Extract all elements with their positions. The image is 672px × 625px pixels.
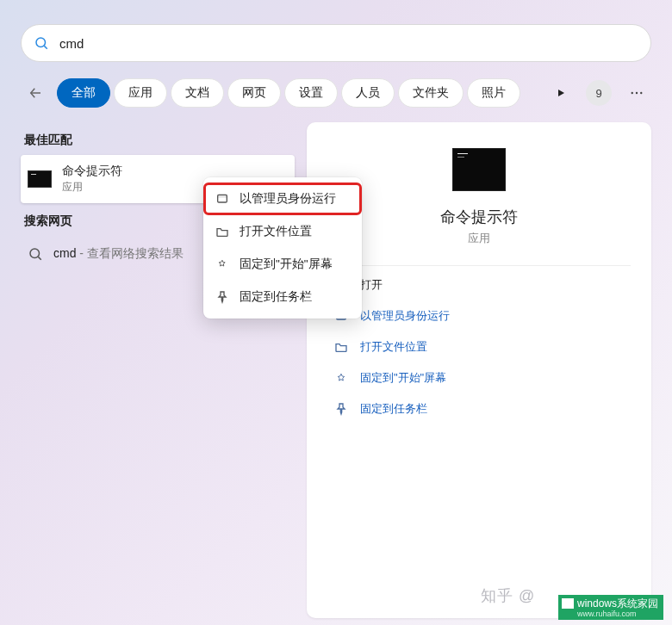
action-label: 打开文件位置 xyxy=(360,339,427,355)
action-pin-start[interactable]: 固定到"开始"屏幕 xyxy=(327,364,631,392)
ctx-label: 打开文件位置 xyxy=(240,224,312,239)
more-button[interactable] xyxy=(622,78,651,108)
pin-icon xyxy=(334,402,348,416)
app-title: 命令提示符 xyxy=(440,207,518,227)
tab-web[interactable]: 网页 xyxy=(227,78,281,108)
pin-icon xyxy=(334,371,348,385)
action-label: 以管理员身份运行 xyxy=(360,308,450,324)
ctx-open-location[interactable]: 打开文件位置 xyxy=(203,215,362,248)
back-button[interactable] xyxy=(21,78,50,108)
tab-settings[interactable]: 设置 xyxy=(284,78,338,108)
filter-tabs: 全部 应用 文档 网页 设置 人员 文件夹 照片 9 xyxy=(21,74,651,112)
app-category: 应用 xyxy=(468,231,490,246)
action-label: 固定到任务栏 xyxy=(360,401,427,417)
context-menu: 以管理员身份运行 打开文件位置 固定到"开始"屏幕 固定到任务栏 xyxy=(203,177,362,319)
action-run-as-admin[interactable]: 以管理员身份运行 xyxy=(327,302,631,330)
ctx-run-as-admin[interactable]: 以管理员身份运行 xyxy=(203,183,362,215)
divider xyxy=(327,265,631,266)
play-icon xyxy=(556,88,566,98)
ctx-pin-taskbar[interactable]: 固定到任务栏 xyxy=(203,281,362,313)
search-panel: 全部 应用 文档 网页 设置 人员 文件夹 照片 9 最佳匹配 命令提示符 应用… xyxy=(9,5,663,616)
action-open[interactable]: 打开 xyxy=(327,271,631,299)
svg-line-1 xyxy=(44,46,47,48)
tab-photos[interactable]: 照片 xyxy=(467,78,520,108)
action-label: 打开 xyxy=(360,277,383,293)
actions-list: 打开 以管理员身份运行 打开文件位置 固定到"开始"屏幕 固定到任务栏 xyxy=(327,271,631,423)
terminal-icon xyxy=(452,148,506,191)
svg-line-8 xyxy=(38,257,40,259)
action-pin-taskbar[interactable]: 固定到任务栏 xyxy=(327,395,631,423)
ellipsis-icon xyxy=(629,85,644,101)
ctx-label: 以管理员身份运行 xyxy=(240,191,336,207)
action-open-location[interactable]: 打开文件位置 xyxy=(327,333,631,361)
folder-icon xyxy=(215,225,229,238)
search-icon xyxy=(34,35,49,51)
back-arrow-icon xyxy=(28,85,43,101)
tab-all[interactable]: 全部 xyxy=(57,78,110,108)
watermark-brand: windows系统家园 www.ruhaifu.com xyxy=(558,595,663,620)
ctx-pin-start[interactable]: 固定到"开始"屏幕 xyxy=(203,248,362,281)
action-label: 固定到"开始"屏幕 xyxy=(360,370,446,386)
results-count-badge[interactable]: 9 xyxy=(586,80,612,106)
watermark-zhihu: 知乎 @ xyxy=(481,585,535,606)
pin-icon xyxy=(215,290,229,304)
svg-rect-12 xyxy=(218,195,227,197)
svg-point-5 xyxy=(636,92,638,94)
result-texts: 命令提示符 应用 xyxy=(62,164,122,195)
play-button[interactable] xyxy=(546,78,576,108)
search-bar[interactable] xyxy=(21,24,651,62)
tab-folders[interactable]: 文件夹 xyxy=(398,78,464,108)
svg-point-6 xyxy=(640,92,642,94)
tab-documents[interactable]: 文档 xyxy=(171,78,224,108)
shield-icon xyxy=(215,192,229,206)
tab-apps[interactable]: 应用 xyxy=(114,78,167,108)
search-input[interactable] xyxy=(59,36,638,51)
result-title: 命令提示符 xyxy=(62,164,122,178)
best-match-header: 最佳匹配 xyxy=(21,122,295,155)
svg-point-0 xyxy=(36,38,46,47)
web-search-label: cmd - 查看网络搜索结果 xyxy=(53,246,184,262)
search-icon xyxy=(28,246,43,262)
svg-marker-3 xyxy=(558,90,564,96)
svg-point-7 xyxy=(30,249,40,258)
result-subtitle: 应用 xyxy=(62,180,122,195)
ctx-label: 固定到"开始"屏幕 xyxy=(240,257,333,272)
tab-people[interactable]: 人员 xyxy=(341,78,395,108)
pin-icon xyxy=(215,257,229,271)
ctx-label: 固定到任务栏 xyxy=(240,289,312,305)
svg-point-4 xyxy=(632,92,633,94)
folder-icon xyxy=(334,340,348,354)
terminal-icon xyxy=(28,170,52,188)
